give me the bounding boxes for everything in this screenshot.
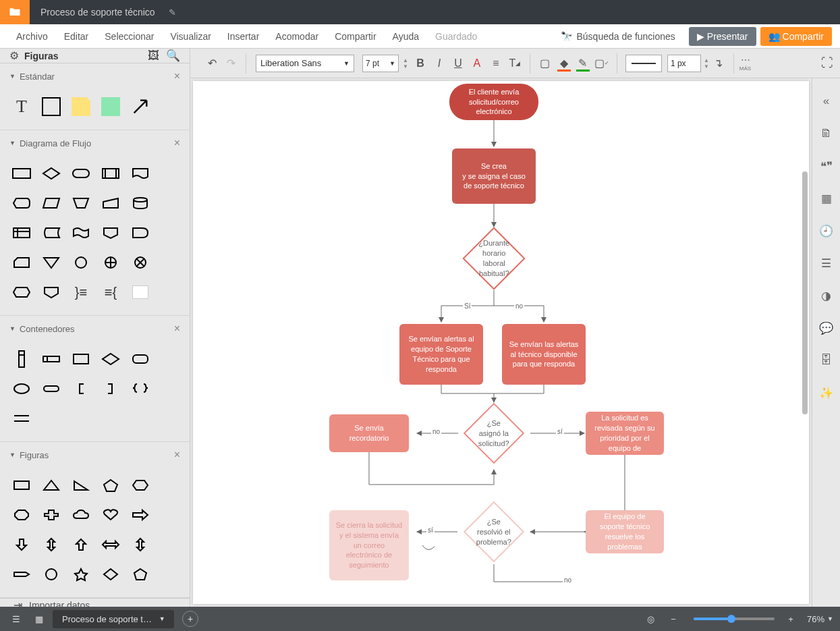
gear-icon[interactable]: ⚙ [9, 49, 19, 62]
shape-polygon[interactable] [127, 561, 154, 588]
comments-icon[interactable]: ❝❞ [817, 157, 836, 175]
shape-display[interactable] [8, 190, 35, 217]
shape-cloud[interactable] [67, 501, 94, 528]
node-create-case[interactable]: Se creay se asigna el caso de soporte té… [452, 148, 536, 204]
node-resolve[interactable]: El equipo de soporte técnico resuelve lo… [586, 510, 664, 553]
shape-container-pill[interactable] [38, 375, 65, 402]
shape-block[interactable] [97, 93, 124, 120]
zoom-value[interactable]: 76% [807, 614, 824, 624]
shape-or[interactable] [127, 249, 154, 276]
shape-cross[interactable] [38, 501, 65, 528]
menu-editar[interactable]: Editar [56, 31, 97, 42]
outline-icon[interactable]: ☰ [7, 609, 26, 628]
data-icon[interactable]: 🗄 [817, 351, 836, 370]
menu-acomodar[interactable]: Acomodar [267, 31, 327, 42]
shape-container-ellipse[interactable] [8, 375, 35, 402]
document-title[interactable]: Proceso de soporte técnico [30, 7, 166, 18]
shape-data[interactable] [38, 190, 65, 217]
shape-note2[interactable] [127, 279, 154, 306]
shape-container-rounded[interactable] [127, 346, 154, 373]
node-alert-team[interactable]: Se envían alertas al equipo de Soporte T… [399, 324, 483, 385]
zoom-in-button[interactable]: + [781, 609, 800, 628]
menu-compartir[interactable]: Compartir [327, 31, 384, 42]
shape-predefined[interactable] [97, 160, 124, 187]
shape-manual-op[interactable] [67, 190, 94, 217]
share-button[interactable]: 👥Compartir [760, 27, 832, 46]
import-data[interactable]: ⇥ Importar datos [0, 598, 190, 607]
shape-options-button[interactable]: ▢✓ [592, 54, 611, 73]
shape-merge[interactable] [38, 249, 65, 276]
close-icon[interactable]: × [174, 449, 180, 461]
shape-container-open[interactable] [8, 405, 35, 432]
shape-brace-right[interactable]: ≡{ [97, 279, 124, 306]
page-tab[interactable]: Proceso de soporte téc… ▼ [53, 610, 174, 628]
fill-color-button[interactable]: ◆ [555, 54, 573, 73]
align-button[interactable]: ≡ [486, 54, 505, 73]
section-containers-header[interactable]: ▼Contenedores × [0, 316, 190, 341]
menu-insertar[interactable]: Insertar [219, 31, 267, 42]
italic-button[interactable]: I [430, 54, 449, 73]
close-icon[interactable]: × [174, 323, 180, 335]
shape-document[interactable] [127, 160, 154, 187]
shape-brace-left[interactable]: }≡ [67, 279, 94, 306]
shape-offpage2[interactable] [38, 279, 65, 306]
shape-bracket-right[interactable] [97, 375, 124, 402]
shape-tape[interactable] [67, 219, 94, 246]
shape-star[interactable] [67, 561, 94, 588]
shape-internal[interactable] [8, 219, 35, 246]
shape-triangle[interactable] [38, 472, 65, 499]
shape-arrow-up[interactable] [67, 531, 94, 558]
shape-delay[interactable] [127, 219, 154, 246]
history-icon[interactable]: 🕘 [817, 221, 836, 240]
shape-circle[interactable] [38, 561, 65, 588]
section-flowchart-header[interactable]: ▼Diagrama de Flujo × [0, 130, 190, 156]
shape-text[interactable]: T [8, 93, 35, 120]
shape-stored[interactable] [38, 219, 65, 246]
zoom-dropdown[interactable]: ▼ [827, 615, 833, 622]
shape-arrow-both-h[interactable] [97, 531, 124, 558]
fill-button[interactable]: ▢ [536, 54, 555, 73]
shape-box[interactable] [38, 93, 65, 120]
menu-visualizar[interactable]: Visualizar [162, 31, 219, 42]
close-icon[interactable]: × [174, 137, 180, 149]
close-icon[interactable]: × [174, 70, 180, 82]
node-close[interactable]: Se cierra la solicitud y el sistema enví… [329, 510, 409, 580]
font-select[interactable]: Liberation Sans▼ [256, 55, 354, 72]
node-review[interactable]: La solicitud es revisada según su priori… [586, 412, 664, 455]
present-button[interactable]: ▶Presentar [689, 27, 756, 46]
shape-hexagon[interactable] [127, 472, 154, 499]
shape-arrow-ud[interactable] [127, 531, 154, 558]
vertical-scrollbar[interactable] [801, 84, 809, 601]
shape-preparation[interactable] [8, 279, 35, 306]
rename-icon[interactable]: ✎ [169, 7, 176, 18]
shape-arrow-right[interactable] [127, 501, 154, 528]
shape-database[interactable] [127, 190, 154, 217]
shape-swimlane-v[interactable] [8, 346, 35, 373]
section-standard-header[interactable]: ▼Estándar × [0, 63, 190, 89]
shape-container-diamond[interactable] [97, 346, 124, 373]
layers-icon[interactable]: ☰ [817, 254, 836, 273]
shape-note[interactable] [67, 93, 94, 120]
notes-icon[interactable]: 🗎 [817, 124, 836, 143]
collapse-rail-icon[interactable]: « [817, 92, 836, 111]
undo-button[interactable]: ↶ [202, 54, 221, 73]
underline-button[interactable]: U [449, 54, 468, 73]
more-button[interactable]: ⋯ MÁS [739, 55, 751, 72]
present-icon[interactable]: ▦ [817, 189, 836, 208]
text-color-button[interactable]: A [468, 54, 486, 73]
search-functions[interactable]: 🔭 Búsqueda de funciones [561, 31, 675, 42]
node-reminder[interactable]: Se envía recordatorio [329, 414, 409, 452]
image-icon[interactable]: 🖼 [148, 49, 159, 63]
canvas[interactable]: El cliente envía solicitud/correo electr… [193, 81, 809, 604]
zoom-slider[interactable] [694, 618, 775, 620]
shape-octagon[interactable] [8, 501, 35, 528]
shape-card[interactable] [8, 249, 35, 276]
shape-process[interactable] [8, 160, 35, 187]
grid-icon[interactable]: ▦ [30, 609, 49, 628]
shape-offpage[interactable] [97, 219, 124, 246]
section-shapes-header[interactable]: ▼Figuras × [0, 442, 190, 468]
redo-button[interactable]: ↷ [221, 54, 240, 73]
shape-connector[interactable] [67, 249, 94, 276]
shape-arrow-both-v[interactable] [38, 531, 65, 558]
add-page-button[interactable]: + [182, 611, 198, 627]
